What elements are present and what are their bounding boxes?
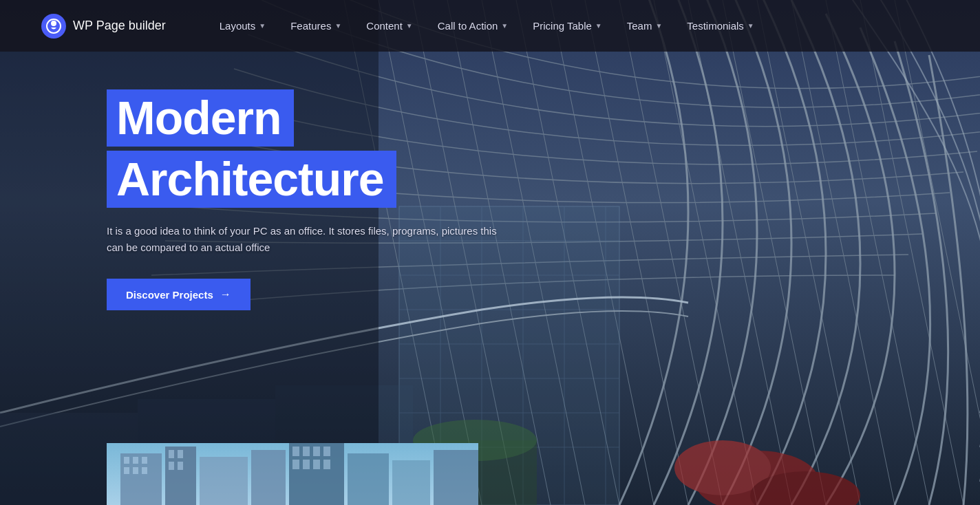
svg-rect-47 (178, 462, 183, 470)
nav-chevron-testimonials: ▼ (747, 22, 754, 30)
discover-projects-button[interactable]: Discover Projects → (107, 279, 251, 310)
nav-item-cta: Call to Action ▼ (425, 0, 520, 52)
logo-icon (41, 14, 66, 39)
svg-rect-49 (303, 447, 310, 456)
svg-rect-33 (251, 450, 286, 505)
svg-rect-51 (323, 447, 330, 456)
nav-label-layouts: Layouts (220, 20, 256, 32)
bottom-preview-image (107, 443, 478, 505)
svg-rect-36 (392, 460, 430, 505)
nav-chevron-features: ▼ (334, 22, 341, 30)
hero-title-architecture: Architecture (107, 151, 396, 208)
brand-name: WP Page builder (73, 19, 166, 33)
nav-chevron-pricing: ▼ (595, 22, 602, 30)
hero-title-modern: Modern (107, 89, 294, 147)
discover-projects-label: Discover Projects (126, 289, 213, 301)
svg-rect-52 (292, 460, 299, 469)
svg-rect-32 (200, 457, 248, 505)
bottom-preview (107, 443, 478, 505)
hero-description: It is a good idea to think of your PC as… (107, 223, 506, 257)
svg-rect-50 (313, 447, 320, 456)
logo-link[interactable]: WP Page builder (41, 14, 166, 39)
svg-rect-41 (124, 467, 129, 474)
buildings-preview-svg (107, 443, 478, 505)
nav-item-layouts: Layouts ▼ (207, 0, 278, 52)
svg-rect-43 (142, 467, 147, 474)
svg-rect-38 (124, 457, 129, 464)
nav-link-testimonials[interactable]: Testimonials ▼ (674, 0, 766, 52)
svg-rect-46 (169, 462, 174, 470)
nav-item-team: Team ▼ (615, 0, 675, 52)
nav-label-cta: Call to Action (438, 20, 498, 32)
hero-title-line1: Modern (107, 89, 506, 151)
nav-label-content: Content (366, 20, 403, 32)
svg-rect-35 (348, 453, 389, 505)
nav-item-testimonials: Testimonials ▼ (674, 0, 766, 52)
svg-rect-42 (133, 467, 138, 474)
hero-section: WP Page builder Layouts ▼ Features ▼ Con… (0, 0, 980, 505)
nav-link-layouts[interactable]: Layouts ▼ (207, 0, 278, 52)
svg-rect-37 (434, 450, 478, 505)
nav-item-features: Features ▼ (278, 0, 354, 52)
logo-svg (46, 19, 61, 34)
navbar: WP Page builder Layouts ▼ Features ▼ Con… (0, 0, 980, 52)
nav-label-testimonials: Testimonials (687, 20, 744, 32)
nav-label-team: Team (627, 20, 652, 32)
svg-rect-48 (292, 447, 299, 456)
nav-chevron-content: ▼ (406, 22, 413, 30)
nav-item-content: Content ▼ (354, 0, 425, 52)
nav-link-features[interactable]: Features ▼ (278, 0, 354, 52)
svg-point-28 (51, 21, 56, 26)
nav-chevron-layouts: ▼ (259, 22, 266, 30)
svg-rect-54 (313, 460, 320, 469)
svg-rect-39 (133, 457, 138, 464)
svg-rect-44 (169, 450, 174, 458)
nav-label-features: Features (290, 20, 331, 32)
hero-title-line2: Architecture (107, 151, 506, 223)
nav-item-pricing: Pricing Table ▼ (520, 0, 615, 52)
nav-chevron-cta: ▼ (501, 22, 508, 30)
hero-content: Modern Architecture It is a good idea to… (107, 89, 506, 310)
arrow-icon: → (220, 288, 231, 301)
svg-rect-53 (303, 460, 310, 469)
nav-link-cta[interactable]: Call to Action ▼ (425, 0, 520, 52)
nav-link-content[interactable]: Content ▼ (354, 0, 425, 52)
nav-menu: Layouts ▼ Features ▼ Content ▼ Call to A… (207, 0, 767, 52)
nav-chevron-team: ▼ (655, 22, 662, 30)
svg-rect-40 (142, 457, 147, 464)
svg-rect-45 (178, 450, 183, 458)
svg-rect-55 (323, 460, 330, 469)
nav-link-pricing[interactable]: Pricing Table ▼ (520, 0, 615, 52)
nav-link-team[interactable]: Team ▼ (615, 0, 675, 52)
nav-label-pricing: Pricing Table (533, 20, 592, 32)
